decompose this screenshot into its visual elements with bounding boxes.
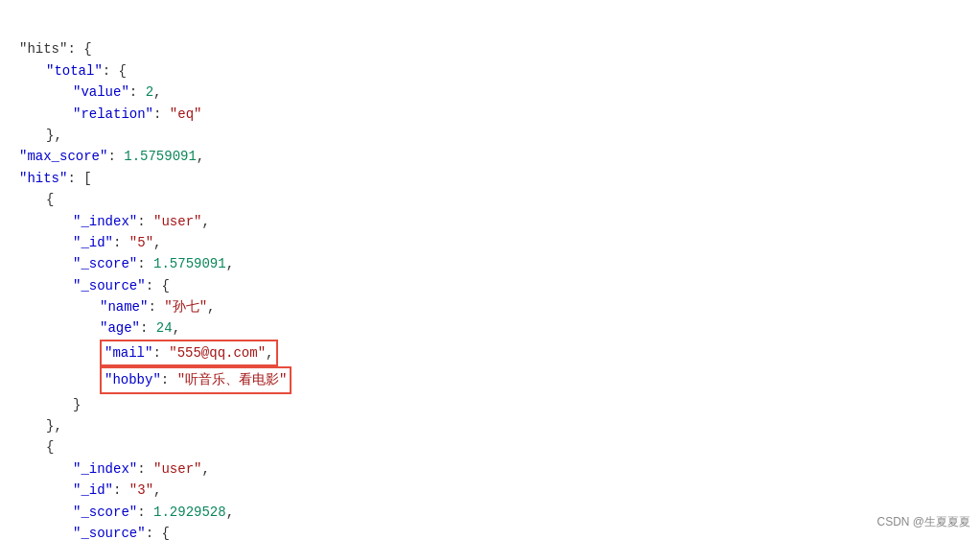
code-block: "hits": {"total": {"value": 2,"relation"… [0, 10, 980, 540]
code-token: : [152, 345, 169, 361]
code-line: { [19, 189, 961, 210]
code-line: } [19, 394, 961, 415]
code-token: "_score" [73, 256, 137, 271]
code-token: : [107, 149, 124, 164]
code-token: , [153, 84, 161, 100]
code-token: : [137, 214, 153, 229]
code-token: : [140, 320, 156, 336]
code-token: "user" [153, 214, 201, 229]
code-token: "5" [129, 235, 153, 250]
code-token: , [197, 149, 204, 164]
code-line: "age": 24, [19, 317, 961, 339]
code-token: }, [46, 128, 62, 143]
code-token: "555@qq.com" [169, 345, 266, 361]
code-token: 1.2929528 [153, 505, 226, 520]
code-token: : [113, 235, 129, 250]
code-token: , [153, 482, 161, 498]
code-token: , [201, 214, 209, 229]
watermark: CSDN @生夏夏夏 [876, 514, 970, 530]
code-token: "relation" [73, 106, 153, 122]
code-token: : { [146, 278, 170, 293]
code-token: { [46, 192, 54, 207]
code-token: "_index" [73, 214, 137, 229]
code-token: 1.5759091 [153, 256, 226, 271]
code-line: "value": 2, [19, 82, 961, 103]
code-token: "_index" [73, 461, 137, 477]
code-token: "hits" [19, 171, 67, 186]
code-token: "_source" [73, 526, 146, 540]
code-token: , [207, 299, 215, 315]
code-token: "hits": { [19, 41, 92, 57]
code-token: , [173, 320, 180, 336]
code-line: "mail": "555@qq.com", [19, 340, 961, 366]
code-token: , [226, 505, 234, 520]
code-line: "name": "孙七", [19, 296, 961, 317]
code-token: : [153, 106, 170, 122]
code-token: "_id" [73, 482, 113, 498]
code-token: : [137, 505, 153, 520]
code-token: "mail" [105, 345, 152, 361]
code-token: , [153, 235, 161, 250]
code-token: : { [146, 526, 170, 540]
code-token: "_score" [73, 505, 137, 520]
code-token: , [266, 345, 273, 361]
highlighted-code-segment: "hobby": "听音乐、看电影" [100, 366, 292, 393]
code-line: "_index": "user", [19, 458, 961, 480]
code-token: , [201, 461, 209, 477]
code-line: "max_score": 1.5759091, [19, 146, 961, 167]
code-token: 2 [146, 84, 153, 100]
highlighted-code-segment: "mail": "555@qq.com", [100, 340, 278, 366]
code-token: : [ [67, 171, 91, 186]
code-line: "total": { [19, 60, 961, 82]
code-token: "孙七" [164, 299, 207, 315]
code-token: "age" [100, 320, 140, 336]
code-token: "value" [73, 84, 129, 100]
code-token: 1.5759091 [124, 149, 197, 164]
code-token: "total" [46, 63, 103, 79]
code-line: "_source": { [19, 523, 961, 540]
code-token: "_id" [73, 235, 113, 250]
code-token: "hobby" [105, 372, 161, 387]
code-line: "_index": "user", [19, 211, 961, 232]
code-token: { [46, 439, 54, 455]
code-token: : [113, 482, 129, 498]
code-line: "_id": "5", [19, 232, 961, 253]
code-line: "relation": "eq" [19, 104, 961, 125]
code-token: : [137, 256, 153, 271]
code-token: "听音乐、看电影" [177, 372, 288, 387]
code-token: }, [46, 418, 62, 434]
code-line: "_score": 1.2929528, [19, 502, 961, 523]
code-token: : [148, 299, 164, 315]
code-line: "_score": 1.5759091, [19, 253, 961, 274]
code-line: }, [19, 125, 961, 146]
code-token: "user" [153, 461, 201, 477]
code-line: "hobby": "听音乐、看电影" [19, 366, 961, 393]
code-token: "max_score" [19, 149, 107, 164]
code-token: 24 [156, 320, 173, 336]
code-token: } [73, 397, 81, 412]
code-line: "_id": "3", [19, 480, 961, 501]
code-token: : [137, 461, 153, 477]
code-token: : [161, 372, 177, 387]
code-line: "_source": { [19, 275, 961, 296]
code-token: , [226, 256, 234, 271]
code-token: "name" [100, 299, 148, 315]
code-token: "eq" [170, 106, 202, 122]
code-line: }, [19, 415, 961, 436]
code-line: "hits": { [19, 38, 961, 59]
code-token: : [129, 84, 146, 100]
code-line: { [19, 436, 961, 458]
code-line: "hits": [ [19, 168, 961, 189]
code-token: : { [103, 63, 127, 79]
code-token: "3" [129, 482, 153, 498]
code-token: "_source" [73, 278, 146, 293]
